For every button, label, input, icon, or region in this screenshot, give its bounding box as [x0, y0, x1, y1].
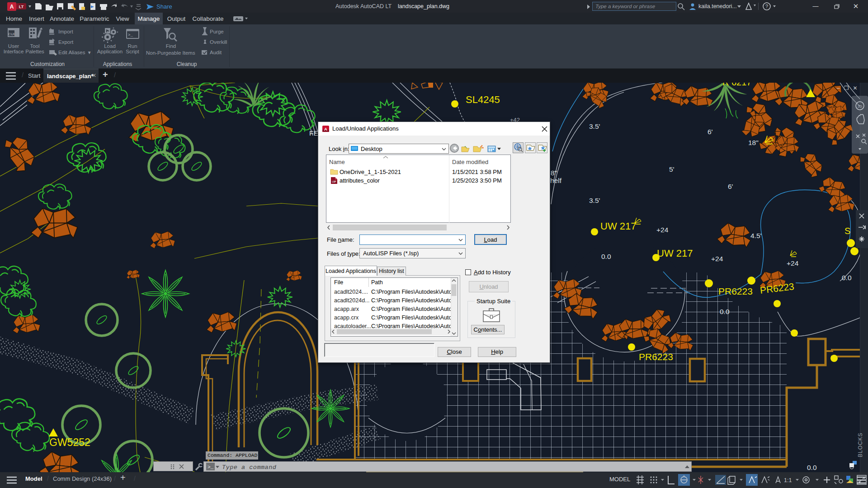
- svg-text:Type a command: Type a command: [222, 464, 277, 471]
- svg-text:GW5252: GW5252: [49, 436, 90, 448]
- svg-text:+24: +24: [711, 255, 723, 263]
- svg-text:PR6223: PR6223: [718, 286, 753, 296]
- svg-text:helf: helf: [550, 177, 562, 184]
- svg-text:UW 217: UW 217: [657, 248, 693, 259]
- svg-text:R 6217: R 6217: [722, 83, 752, 87]
- svg-text:8": 8": [551, 169, 557, 177]
- svg-text:2D: 2D: [858, 104, 862, 108]
- svg-text:>_: >_: [208, 465, 214, 470]
- svg-text:1:1: 1:1: [784, 477, 792, 483]
- svg-text:?: ?: [765, 4, 768, 9]
- svg-text:18": 18": [748, 139, 759, 146]
- svg-text:5': 5': [669, 165, 675, 173]
- svg-text:+24: +24: [787, 259, 799, 267]
- svg-text:0.0: 0.0: [842, 274, 852, 282]
- svg-text:0.0: 0.0: [720, 308, 730, 315]
- svg-text:PR6223: PR6223: [639, 352, 673, 362]
- svg-text:S: S: [844, 226, 850, 236]
- svg-text:SL4245: SL4245: [466, 94, 500, 105]
- svg-text:3.5': 3.5': [589, 197, 600, 204]
- svg-text:6': 6': [728, 183, 733, 190]
- svg-text:0.0: 0.0: [601, 253, 611, 260]
- svg-text:6': 6': [708, 128, 713, 136]
- svg-text:UW 217: UW 217: [600, 221, 636, 232]
- svg-text:LSP: LSP: [332, 181, 336, 183]
- svg-text:+24: +24: [656, 226, 669, 234]
- svg-text:>_: >_: [128, 33, 133, 38]
- svg-text:CUI: CUI: [8, 32, 14, 36]
- svg-text:FE: FE: [309, 129, 318, 137]
- svg-text:3.5': 3.5': [589, 122, 600, 130]
- svg-text:4.5': 4.5': [750, 232, 762, 239]
- svg-text:0.0: 0.0: [807, 464, 817, 471]
- svg-text:A: A: [324, 127, 327, 131]
